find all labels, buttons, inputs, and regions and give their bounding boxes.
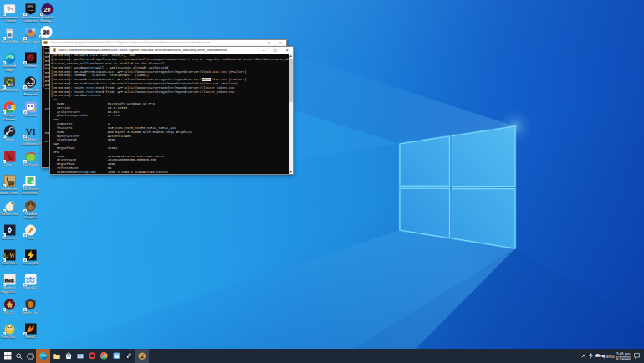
- svg-text:20: 20: [43, 5, 50, 13]
- svg-text:GW: GW: [3, 251, 15, 258]
- svg-text:20: 20: [43, 28, 49, 35]
- svg-text:GAMES: GAMES: [28, 8, 34, 10]
- svg-text:EPIC: EPIC: [28, 5, 34, 8]
- svg-text:BoE: BoE: [4, 277, 14, 283]
- svg-text:VI: VI: [26, 126, 36, 136]
- svg-text:GO: GO: [8, 182, 14, 186]
- svg-text:♻: ♻: [8, 32, 12, 37]
